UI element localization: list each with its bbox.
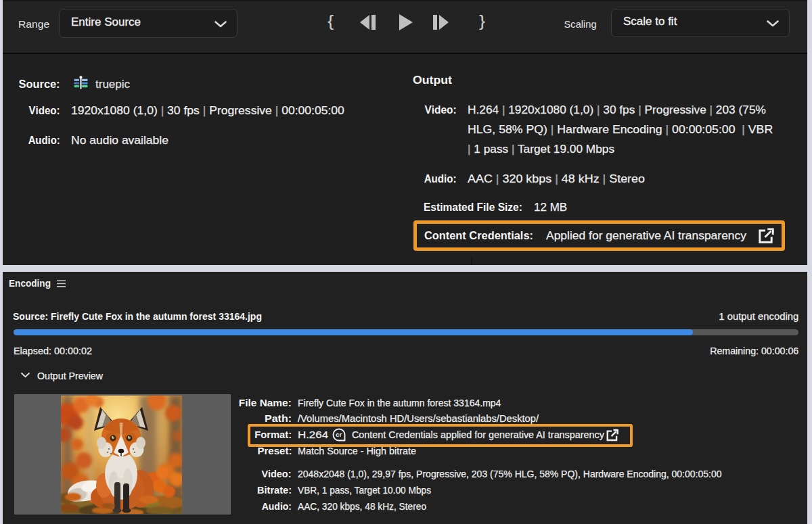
svg-text:cr: cr xyxy=(336,431,342,438)
